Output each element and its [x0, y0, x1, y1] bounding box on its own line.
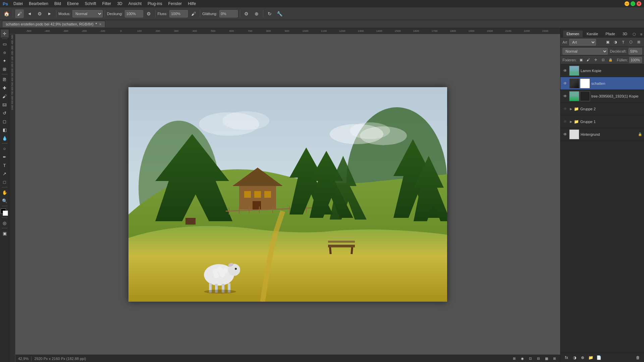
- menu-bearbeiten[interactable]: Bearbeiten: [26, 1, 51, 7]
- blur-tool[interactable]: 💧: [1, 134, 9, 142]
- delete-layer-button[interactable]: 🗑: [635, 354, 641, 361]
- blend-mode-select[interactable]: Normal Multiplizieren Abblenden Aufhelle…: [562, 48, 608, 55]
- brush-size-decrease[interactable]: ◀: [25, 9, 34, 18]
- menu-filter[interactable]: Filter: [100, 1, 114, 7]
- tab-ebenen[interactable]: Ebenen: [563, 31, 583, 37]
- fluss-input[interactable]: [169, 10, 188, 17]
- opacity-input[interactable]: [629, 48, 642, 55]
- status-tool4[interactable]: ⊟: [535, 356, 541, 362]
- healing-tool[interactable]: ✚: [1, 84, 9, 92]
- layers-icon-adjust[interactable]: ◑: [612, 39, 619, 46]
- add-effect-button[interactable]: fx: [563, 354, 570, 361]
- tab-kanale[interactable]: Kanäle: [583, 31, 601, 37]
- eraser-tool[interactable]: ◻: [1, 117, 9, 125]
- stamp-tool[interactable]: 🖂: [1, 101, 9, 109]
- minimize-button[interactable]: —: [625, 1, 629, 6]
- brush-options-button[interactable]: ⚙: [35, 9, 44, 18]
- settings-button[interactable]: ⚙: [242, 9, 251, 18]
- status-tool6[interactable]: ⊞: [551, 356, 557, 362]
- visibility-hintergrund[interactable]: 👁: [562, 132, 568, 137]
- layers-icon-smart[interactable]: ⊞: [635, 39, 642, 46]
- lock-artboard-btn[interactable]: ⊡: [600, 57, 606, 63]
- layers-icon-pixel[interactable]: ▣: [604, 39, 611, 46]
- menu-ansicht[interactable]: Ansicht: [126, 1, 144, 7]
- select-tool[interactable]: ✦: [1, 57, 9, 65]
- dodge-tool[interactable]: ○: [1, 144, 9, 153]
- history-brush-tool[interactable]: ↺: [1, 109, 9, 117]
- status-tool3[interactable]: ⊡: [527, 356, 533, 362]
- layer-hintergrund[interactable]: 👁 Hintergrund 🔒: [560, 128, 644, 141]
- lock-transparent-btn[interactable]: ▣: [578, 57, 584, 63]
- quickmask-tool[interactable]: ◎: [1, 219, 9, 227]
- move-tool[interactable]: ✛: [1, 29, 9, 38]
- layer-gruppe1[interactable]: 👁 ▶ 📁 Gruppe 1: [560, 115, 644, 128]
- canvas-container[interactable]: [15, 34, 560, 355]
- menu-plugins[interactable]: Plug-ins: [145, 1, 165, 7]
- modus-select[interactable]: Normal Multiplizieren Abblenden: [72, 10, 103, 17]
- menu-datei[interactable]: Datei: [11, 1, 25, 7]
- deckung-options-button[interactable]: ⚙: [145, 9, 153, 18]
- maximize-button[interactable]: □: [631, 1, 635, 6]
- status-tool2[interactable]: ◉: [519, 356, 525, 362]
- marquee-tool[interactable]: ▭: [1, 40, 9, 48]
- layer-lamm-kopie[interactable]: 👁 Lamm Kopie: [560, 64, 644, 77]
- brush-tool[interactable]: 🖌: [1, 92, 9, 100]
- add-adjustment-button[interactable]: ⊕: [579, 354, 586, 361]
- crop-tool[interactable]: ⊞: [1, 65, 9, 73]
- lock-all-btn[interactable]: 🔒: [607, 57, 613, 63]
- expand-gruppe2[interactable]: ▶: [569, 107, 573, 111]
- layer-type-filter[interactable]: Art Name Effekt: [569, 39, 596, 46]
- shape-tool[interactable]: □: [1, 178, 9, 186]
- screen-mode-tool[interactable]: ▣: [1, 229, 9, 237]
- menu-ebene[interactable]: Ebene: [64, 1, 82, 7]
- layer-gruppe2[interactable]: 👁 ▶ 📁 Gruppe 2: [560, 103, 644, 115]
- text-tool[interactable]: T: [1, 161, 9, 169]
- file-tab-item[interactable]: schatten erstellen.psdc bei 42,9% (schat…: [2, 21, 105, 27]
- menu-bild[interactable]: Bild: [52, 1, 64, 7]
- status-tool5[interactable]: ▦: [543, 356, 549, 362]
- menu-fenster[interactable]: Fenster: [165, 1, 184, 7]
- eyedropper-tool[interactable]: 🖹: [1, 75, 9, 83]
- brush-size-increase[interactable]: ▶: [45, 9, 54, 18]
- glattung-input[interactable]: [219, 10, 238, 17]
- menu-schrift[interactable]: Schrift: [82, 1, 99, 7]
- hand-tool[interactable]: ✋: [1, 188, 9, 196]
- brush-tool-button[interactable]: 🖌: [15, 9, 24, 18]
- layers-icon-type[interactable]: T: [620, 39, 627, 46]
- layer-tree-kopie[interactable]: 👁 tree-3095663_1920(1) Kopie: [560, 90, 644, 103]
- status-tool1[interactable]: ⊞: [511, 356, 517, 362]
- visibility-lamm-kopie[interactable]: 👁: [562, 68, 568, 73]
- tab-pfade[interactable]: Pfade: [602, 31, 619, 37]
- extra-button[interactable]: 🔧: [275, 9, 284, 18]
- panel-icon-2[interactable]: ≡: [638, 31, 644, 37]
- lasso-tool[interactable]: ⌾: [1, 48, 9, 56]
- tab-3d[interactable]: 3D: [619, 31, 631, 37]
- visibility-schatten[interactable]: 👁: [562, 81, 568, 86]
- lock-position-btn[interactable]: ✛: [593, 57, 599, 63]
- add-mask-button[interactable]: ◑: [571, 354, 578, 361]
- visibility-gruppe1[interactable]: 👁: [562, 119, 568, 124]
- background-color[interactable]: [3, 210, 8, 216]
- layer-schatten[interactable]: 👁 schatten: [560, 77, 644, 90]
- visibility-gruppe2[interactable]: 👁: [562, 106, 568, 112]
- close-button[interactable]: ✕: [637, 1, 641, 6]
- pen-tool[interactable]: ✒: [1, 153, 9, 161]
- symmetry-button[interactable]: ⊕: [252, 9, 261, 18]
- lock-pixels-btn[interactable]: 🖌: [585, 57, 591, 63]
- path-select-tool[interactable]: ↗: [1, 170, 9, 178]
- layers-icon-shape[interactable]: ⬡: [628, 39, 634, 46]
- rotate-button[interactable]: ↻: [265, 9, 274, 18]
- gradient-tool[interactable]: ◧: [1, 126, 9, 134]
- expand-gruppe1[interactable]: ▶: [569, 120, 573, 123]
- home-button[interactable]: 🏠: [2, 9, 11, 18]
- canvas-image[interactable]: [128, 87, 447, 302]
- fill-input[interactable]: [629, 57, 642, 63]
- fluss-icon[interactable]: 🖌: [189, 9, 198, 18]
- add-layer-button[interactable]: 📄: [595, 354, 602, 361]
- add-group-button[interactable]: 📁: [587, 354, 594, 361]
- visibility-tree-kopie[interactable]: 👁: [562, 94, 568, 99]
- zoom-tool[interactable]: 🔍: [1, 197, 9, 205]
- close-tab-button[interactable]: ✕: [99, 22, 102, 26]
- panel-icon-1[interactable]: ⬡: [631, 31, 637, 37]
- deckung-input[interactable]: [125, 10, 143, 17]
